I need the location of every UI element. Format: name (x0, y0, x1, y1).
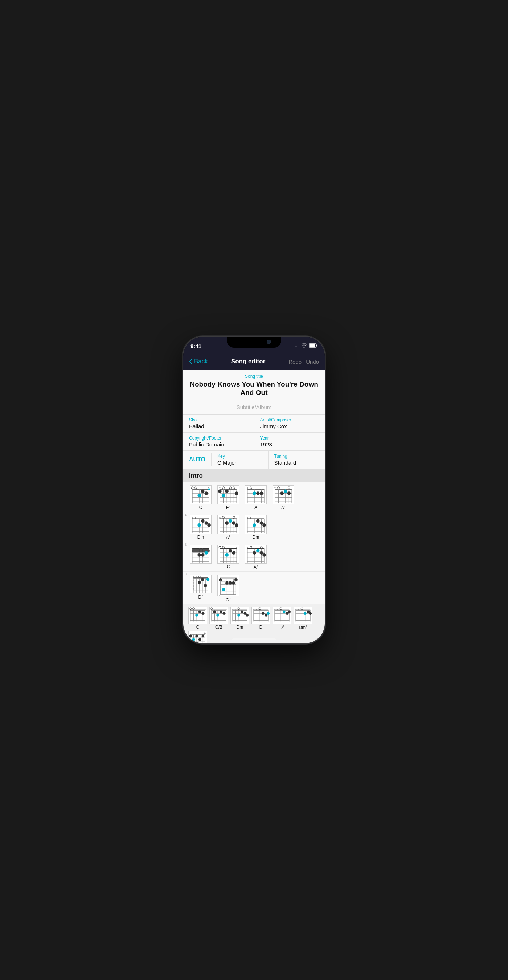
bottom-chord-D7[interactable]: x x D7 (272, 606, 292, 630)
phone-frame: 9:41 ···· Back S (183, 337, 325, 643)
svg-point-129 (197, 553, 201, 557)
svg-text:x: x (256, 608, 257, 610)
song-title-text[interactable]: Nobody Knows You When You're Down And Ou… (189, 380, 319, 397)
section-intro-label: Intro (189, 472, 203, 479)
svg-point-49 (250, 486, 252, 488)
chord-G7-name: G7 (226, 597, 231, 603)
chord-C-grid: x (190, 485, 211, 504)
chord-line-2[interactable]: 2 (183, 542, 325, 572)
chord-G7-grid: 1 2 3 4 5 6 (217, 574, 239, 597)
chord-E7-name: E7 (226, 505, 230, 510)
chord-C[interactable]: x C (187, 485, 214, 510)
svg-point-100 (229, 519, 232, 523)
bottom-chord-C[interactable]: x C (187, 606, 208, 630)
chord-E7[interactable]: x E7 (215, 485, 241, 510)
chord-line-3[interactable]: 3 (183, 572, 325, 605)
svg-point-52 (252, 492, 256, 495)
svg-point-243 (219, 610, 222, 613)
svg-point-307 (304, 612, 306, 615)
chord-Dm-1-name: Dm (197, 535, 204, 540)
svg-point-32 (233, 486, 235, 488)
svg-point-180 (198, 581, 201, 584)
auto-badge[interactable]: AUTO (183, 453, 211, 466)
chord-A7-1[interactable]: x A7 (270, 485, 297, 510)
key-cell[interactable]: Key C Major (211, 451, 268, 469)
subtitle-section[interactable]: Subtitle/Album (183, 400, 325, 415)
svg-point-179 (198, 576, 200, 578)
song-title-section: Song title Nobody Knows You When You're … (183, 370, 325, 400)
chord-Dm-1[interactable]: x x Dm (187, 515, 214, 540)
svg-point-34 (225, 489, 229, 493)
chords-row-2: F (187, 545, 321, 570)
bottom-chord-CB[interactable]: x C/B (209, 606, 229, 630)
chord-Dm-2[interactable]: x x Dm (243, 515, 269, 540)
svg-text:x: x (295, 608, 296, 610)
svg-point-320 (204, 632, 206, 634)
copyright-label: Copyright/Footer (189, 436, 248, 441)
redo-button[interactable]: Redo (289, 359, 302, 365)
chord-F[interactable]: F (187, 545, 214, 570)
artist-cell[interactable]: Artist/Composer Jimmy Cox (254, 415, 325, 432)
chord-C-2[interactable]: x C (215, 545, 241, 570)
chord-line-0[interactable]: x C (183, 482, 325, 512)
svg-point-35 (218, 489, 222, 493)
chord-A7-2[interactable]: x A7 (215, 515, 241, 540)
chord-A7-2-grid: x (217, 515, 239, 534)
key-row: AUTO Key C Major Tuning Standard (183, 451, 325, 469)
bottom-chord-Dm7[interactable]: x x Dm7 (293, 606, 313, 630)
status-time: 9:41 (190, 343, 202, 349)
year-cell[interactable]: Year 1923 (254, 433, 325, 450)
bottom-chord-D-grid: x x (251, 606, 270, 624)
svg-point-143 (222, 546, 225, 548)
bottom-chord-E7[interactable]: E7 (187, 631, 208, 643)
chord-A[interactable]: x A (243, 485, 269, 510)
svg-point-244 (223, 612, 226, 615)
svg-point-242 (216, 614, 219, 617)
song-title-label: Song title (189, 374, 319, 379)
line-2-number: 2 (185, 542, 187, 546)
undo-button[interactable]: Undo (306, 359, 319, 365)
signal-icon: ···· (295, 344, 299, 348)
copyright-cell[interactable]: Copyright/Footer Public Domain (183, 433, 254, 450)
style-cell[interactable]: Style Ballad (183, 415, 254, 432)
svg-text:x: x (205, 608, 206, 610)
chord-C-2-name: C (227, 565, 230, 570)
svg-point-130 (201, 553, 205, 557)
svg-point-239 (210, 608, 213, 610)
bottom-chord-D[interactable]: x x D (251, 606, 271, 630)
svg-point-226 (195, 614, 198, 617)
svg-text:x: x (226, 608, 227, 610)
svg-text:3: 3 (193, 585, 194, 587)
back-button[interactable]: Back (189, 358, 208, 365)
svg-point-160 (260, 546, 263, 548)
tuning-label: Tuning (274, 454, 319, 459)
svg-point-37 (235, 492, 238, 495)
style-value: Ballad (189, 423, 248, 430)
svg-point-293 (288, 610, 291, 613)
svg-point-291 (283, 610, 286, 613)
svg-point-19 (208, 488, 210, 490)
tuning-cell[interactable]: Tuning Standard (268, 451, 325, 469)
battery-icon (309, 343, 318, 349)
copyright-year-row: Copyright/Footer Public Domain Year 1923 (183, 433, 325, 451)
chord-D7[interactable]: x x 1 2 3 4 D7 (187, 574, 214, 603)
svg-point-50 (256, 492, 260, 495)
chord-G7[interactable]: 1 2 3 4 5 6 G7 (215, 574, 241, 603)
svg-text:4: 4 (220, 589, 221, 591)
back-label: Back (194, 358, 208, 365)
bottom-chord-Dm[interactable]: x x Dm (230, 606, 250, 630)
svg-point-31 (229, 486, 232, 488)
svg-point-162 (260, 551, 264, 555)
svg-text:x: x (298, 608, 299, 610)
chords-row-1: x x Dm (187, 515, 321, 540)
chord-A7-2-name: A7 (226, 535, 230, 540)
chord-line-1[interactable]: 1 (183, 512, 325, 542)
svg-text:x: x (235, 608, 236, 610)
svg-point-182 (204, 584, 207, 587)
chord-F-grid (190, 545, 211, 564)
chord-A7-3-grid: x (245, 545, 267, 564)
svg-point-101 (235, 523, 238, 527)
svg-point-82 (197, 523, 201, 527)
chord-A-grid: x (245, 485, 267, 504)
chord-A7-3[interactable]: x A7 (243, 545, 269, 570)
